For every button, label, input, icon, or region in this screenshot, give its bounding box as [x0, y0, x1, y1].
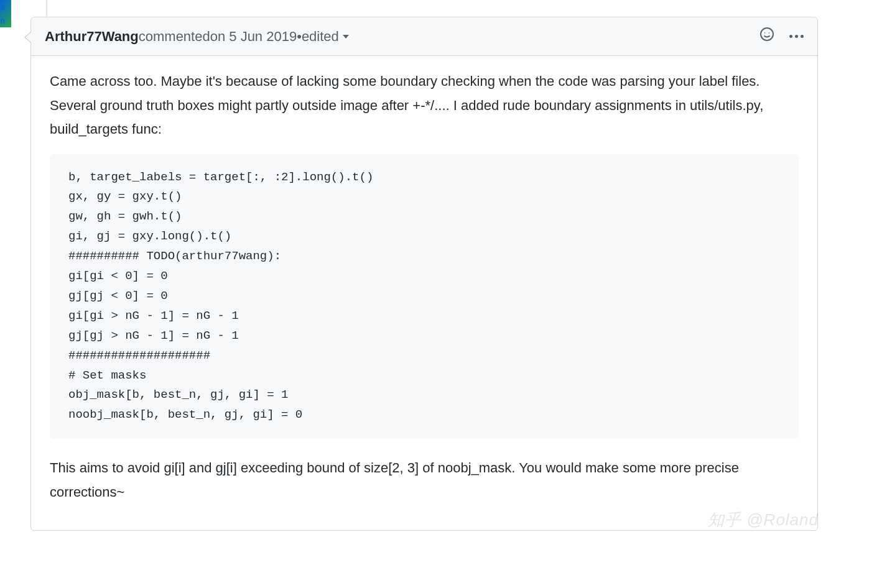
timestamp[interactable]: on 5 Jun 2019	[210, 26, 297, 47]
comment-meta: Arthur77Wang commented on 5 Jun 2019 • e…	[45, 26, 349, 47]
avatar[interactable]: A n	[0, 0, 11, 27]
body-paragraph-1: Came across too. Maybe it's because of l…	[50, 70, 799, 142]
svg-point-2	[769, 32, 770, 34]
emoji-icon[interactable]	[759, 27, 774, 47]
edited-label[interactable]: edited	[302, 26, 339, 47]
timeline-line	[46, 0, 47, 17]
kebab-menu-icon[interactable]	[789, 35, 804, 38]
separator-dot: •	[297, 26, 302, 47]
chevron-down-icon[interactable]	[343, 35, 349, 39]
code-block: b, target_labels = target[:, :2].long().…	[50, 154, 799, 439]
action-text: commented	[139, 26, 210, 47]
comment-container: Arthur77Wang commented on 5 Jun 2019 • e…	[30, 17, 818, 531]
svg-point-0	[761, 28, 773, 40]
comment-body: Came across too. Maybe it's because of l…	[31, 56, 817, 530]
comment-header: Arthur77Wang commented on 5 Jun 2019 • e…	[31, 17, 817, 56]
comment-actions	[759, 27, 804, 47]
author-link[interactable]: Arthur77Wang	[45, 26, 139, 47]
svg-point-1	[764, 32, 766, 34]
body-paragraph-2: This aims to avoid gi[i] and gj[i] excee…	[50, 456, 799, 504]
